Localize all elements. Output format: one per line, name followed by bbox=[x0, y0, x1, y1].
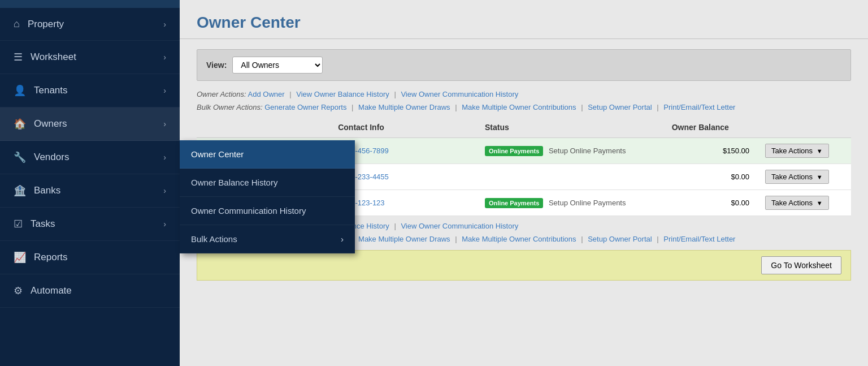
sidebar-item-worksheet[interactable]: ☰ Worksheet › bbox=[0, 41, 180, 74]
chevron-right-icon: › bbox=[163, 219, 166, 229]
sidebar-label-tenants: Tenants bbox=[34, 85, 68, 96]
setup-owner-portal-bottom-link[interactable]: Setup Owner Portal bbox=[588, 235, 652, 243]
chevron-right-icon: › bbox=[163, 53, 166, 62]
sidebar-label-automate: Automate bbox=[31, 285, 72, 296]
dropdown-item-owner-communication-history[interactable]: Owner Communication History bbox=[180, 197, 355, 225]
dropdown-label-owner-center: Owner Center bbox=[191, 149, 244, 159]
setup-owner-portal-link[interactable]: Setup Owner Portal bbox=[588, 103, 652, 111]
view-label: View: bbox=[206, 61, 227, 70]
view-owner-communication-history-bottom-link[interactable]: View Owner Communication History bbox=[401, 222, 518, 230]
page-title: Owner Center bbox=[180, 0, 868, 39]
dropdown-label-owner-communication-history: Owner Communication History bbox=[191, 206, 306, 216]
footer-bar: Go To Worksheet bbox=[197, 250, 851, 281]
tasks-icon: ☑ bbox=[14, 218, 23, 230]
home-icon: ⌂ bbox=[14, 18, 20, 30]
reports-icon: 📈 bbox=[14, 251, 26, 264]
th-owner bbox=[197, 117, 330, 138]
tenants-icon: 👤 bbox=[14, 84, 26, 97]
view-owner-balance-history-link[interactable]: View Owner Balance History bbox=[296, 90, 389, 98]
online-payments-badge-3: Online Payments bbox=[485, 198, 543, 208]
view-owner-communication-history-link[interactable]: View Owner Communication History bbox=[401, 90, 518, 98]
dropdown-item-owner-center[interactable]: Owner Center bbox=[180, 140, 355, 169]
print-email-text-letter-bottom-link[interactable]: Print/Email/Text Letter bbox=[663, 235, 735, 243]
status-cell-3: Online Payments Setup Online Payments bbox=[477, 190, 664, 216]
th-status: Status bbox=[477, 117, 664, 138]
dropdown-label-bulk-actions: Bulk Actions bbox=[191, 234, 237, 244]
th-balance: Owner Balance bbox=[664, 117, 757, 138]
actions-cell-1: Take Actions ▼ bbox=[757, 138, 851, 164]
print-email-text-letter-link[interactable]: Print/Email/Text Letter bbox=[663, 103, 735, 111]
view-bar: View: All Owners bbox=[197, 49, 851, 81]
th-actions bbox=[757, 117, 851, 138]
chevron-right-icon: › bbox=[163, 186, 166, 195]
sidebar-item-tenants[interactable]: 👤 Tenants › bbox=[0, 74, 180, 107]
chevron-right-icon: › bbox=[163, 119, 166, 128]
take-actions-button-3[interactable]: Take Actions ▼ bbox=[765, 196, 829, 210]
status-cell-1: Online Payments Setup Online Payments bbox=[477, 138, 664, 164]
sidebar-label-vendors: Vendors bbox=[34, 152, 69, 163]
sidebar-label-banks: Banks bbox=[34, 185, 60, 196]
view-select[interactable]: All Owners bbox=[232, 57, 323, 74]
make-multiple-owner-draws-link[interactable]: Make Multiple Owner Draws bbox=[358, 103, 450, 111]
automate-icon: ⚙ bbox=[14, 285, 23, 297]
sidebar-label-owners: Owners bbox=[34, 118, 67, 130]
take-actions-button-1[interactable]: Take Actions ▼ bbox=[765, 144, 829, 158]
chevron-down-icon-1: ▼ bbox=[817, 148, 823, 154]
bulk-actions-label: Bulk Owner Actions: bbox=[197, 103, 263, 111]
balance-1: $150.00 bbox=[664, 138, 757, 164]
take-actions-label-2: Take Actions bbox=[771, 173, 813, 181]
setup-online-payments-3[interactable]: Setup Online Payments bbox=[549, 199, 626, 207]
chevron-down-icon-3: ▼ bbox=[817, 200, 823, 206]
sidebar-item-vendors[interactable]: 🔧 Vendors › bbox=[0, 141, 180, 174]
sidebar-item-banks[interactable]: 🏦 Banks › bbox=[0, 174, 180, 208]
owner-actions-label: Owner Actions: bbox=[197, 90, 246, 98]
actions-cell-2: Take Actions ▼ bbox=[757, 164, 851, 190]
make-multiple-owner-draws-bottom-link[interactable]: Make Multiple Owner Draws bbox=[358, 235, 450, 243]
banks-icon: 🏦 bbox=[14, 184, 26, 197]
chevron-right-icon: › bbox=[163, 86, 166, 95]
sidebar-item-reports[interactable]: 📈 Reports bbox=[0, 241, 180, 274]
actions-cell-3: Take Actions ▼ bbox=[757, 190, 851, 216]
sidebar: ⌂ Property › ☰ Worksheet › 👤 Tenants › 🏠… bbox=[0, 0, 180, 366]
chevron-right-sub-icon: › bbox=[341, 234, 344, 244]
sidebar-item-property[interactable]: ⌂ Property › bbox=[0, 8, 180, 41]
go-to-worksheet-button[interactable]: Go To Worksheet bbox=[761, 256, 841, 274]
dropdown-item-bulk-actions[interactable]: Bulk Actions › bbox=[180, 225, 355, 253]
th-contact: Contact Info bbox=[330, 117, 477, 138]
sidebar-item-tasks[interactable]: ☑ Tasks › bbox=[0, 208, 180, 241]
dropdown-item-owner-balance-history[interactable]: Owner Balance History bbox=[180, 169, 355, 197]
sidebar-label-property: Property bbox=[28, 19, 64, 30]
owners-icon: 🏠 bbox=[14, 118, 26, 130]
sidebar-nav: ⌂ Property › ☰ Worksheet › 👤 Tenants › 🏠… bbox=[0, 8, 180, 366]
sidebar-item-owners[interactable]: 🏠 Owners › bbox=[0, 107, 180, 141]
worksheet-icon: ☰ bbox=[14, 51, 23, 63]
take-actions-button-2[interactable]: Take Actions ▼ bbox=[765, 170, 829, 184]
take-actions-label-1: Take Actions bbox=[771, 147, 813, 155]
balance-2: $0.00 bbox=[664, 164, 757, 190]
vendors-icon: 🔧 bbox=[14, 151, 26, 163]
setup-online-payments-1[interactable]: Setup Online Payments bbox=[549, 147, 626, 155]
bulk-actions-top: Bulk Owner Actions: Generate Owner Repor… bbox=[197, 103, 851, 111]
status-cell-2 bbox=[477, 164, 664, 190]
sidebar-label-reports: Reports bbox=[34, 252, 68, 263]
owner-actions-top: Owner Actions: Add Owner | View Owner Ba… bbox=[197, 90, 851, 98]
add-owner-link[interactable]: Add Owner bbox=[248, 90, 285, 98]
take-actions-label-3: Take Actions bbox=[771, 199, 813, 207]
make-multiple-owner-contributions-link[interactable]: Make Multiple Owner Contributions bbox=[462, 103, 576, 111]
make-multiple-owner-contributions-bottom-link[interactable]: Make Multiple Owner Contributions bbox=[462, 235, 576, 243]
sidebar-label-worksheet: Worksheet bbox=[31, 51, 76, 63]
chevron-right-icon: › bbox=[163, 153, 166, 162]
dropdown-label-owner-balance-history: Owner Balance History bbox=[191, 178, 277, 187]
balance-3: $0.00 bbox=[664, 190, 757, 216]
online-payments-badge-1: Online Payments bbox=[485, 146, 543, 156]
sidebar-item-automate[interactable]: ⚙ Automate bbox=[0, 274, 180, 308]
sidebar-label-tasks: Tasks bbox=[31, 218, 55, 230]
chevron-down-icon-2: ▼ bbox=[817, 174, 823, 180]
generate-owner-reports-link[interactable]: Generate Owner Reports bbox=[264, 103, 346, 111]
chevron-right-icon: › bbox=[163, 20, 166, 29]
owners-dropdown-menu: Owner Center Owner Balance History Owner… bbox=[180, 140, 355, 253]
